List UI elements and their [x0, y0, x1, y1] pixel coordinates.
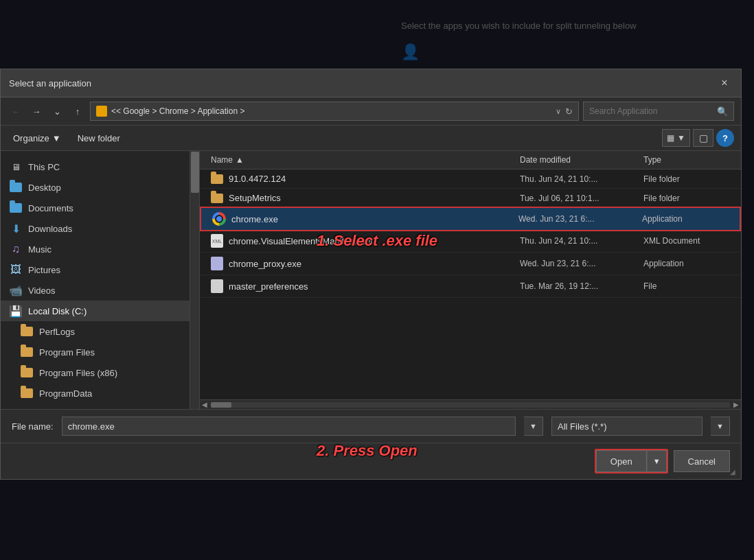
file-name: SetupMetrics [229, 193, 281, 203]
toolbar-right: ▦ ▼ ▢ ? [662, 129, 734, 147]
documents-icon [9, 201, 23, 215]
file-name: 91.0.4472.124 [229, 174, 286, 184]
col-name-sort-icon: ▲ [236, 155, 244, 165]
chrome-exe-row[interactable]: chrome.exe Wed. Jun 23, 21 6:... Applica… [200, 207, 741, 231]
file-cell-name: 91.0.4472.124 [200, 174, 514, 184]
address-bar[interactable]: << Google > Chrome > Application > ∨ ↻ [90, 102, 579, 121]
filetype-chevron-icon[interactable]: ▼ [711, 417, 730, 436]
organize-toolbar: Organize ▼ New folder ▦ ▼ ▢ ? [1, 126, 741, 151]
file-cell-date: Thu. Jun 24, 21 10:... [514, 174, 638, 184]
filename-label: File name: [12, 421, 54, 432]
sidebar-label-music: Music [28, 244, 52, 255]
help-button[interactable]: ? [716, 129, 734, 147]
file-cell-type: File folder [638, 194, 741, 203]
folder-icon [211, 194, 223, 203]
hscroll-thumb[interactable] [211, 402, 231, 408]
program-files-x86-icon [20, 366, 34, 380]
sidebar-scrollbar[interactable] [190, 151, 199, 409]
file-cell-type: File [638, 281, 741, 291]
file-cell-type: Application [638, 259, 741, 268]
horizontal-scrollbar[interactable]: ◀ ▶ [200, 399, 741, 409]
annotation-press-open: 2. Press Open [317, 442, 418, 460]
open-button[interactable]: Open [596, 450, 647, 472]
sidebar-label-perflogs: PerfLogs [39, 327, 75, 337]
sidebar-item-documents[interactable]: Documents [1, 198, 199, 218]
view-button[interactable]: ▦ ▼ [662, 129, 690, 147]
sidebar-item-music[interactable]: ♫ Music [1, 239, 199, 259]
generic-icon [211, 279, 223, 293]
sidebar-label-program-files-x86: Program Files (x86) [39, 368, 117, 378]
sidebar-item-program-files-x86[interactable]: Program Files (x86) [1, 362, 199, 383]
sidebar-item-pictures[interactable]: 🖼 Pictures [1, 259, 199, 280]
close-button[interactable]: × [716, 75, 733, 91]
pc-icon: 🖥 [9, 160, 23, 174]
file-row[interactable]: chrome_proxy.exe Wed. Jun 23, 21 6:... A… [200, 253, 741, 275]
view-chevron-icon: ▼ [677, 133, 685, 143]
sidebar-label-downloads: Downloads [28, 224, 72, 234]
col-date-header[interactable]: Date modified [514, 155, 638, 165]
back-button[interactable]: ← [8, 103, 24, 119]
file-cell-date: Thu. Jun 24, 21 10:... [514, 236, 638, 246]
file-row[interactable]: 91.0.4472.124 Thu. Jun 24, 21 10:... Fil… [200, 170, 741, 189]
downloads-icon: ⬇ [9, 222, 23, 235]
file-cell-name: XML chrome.VisualElementsManifest.xml [200, 234, 514, 248]
view-preview-button[interactable]: ▢ [693, 129, 713, 147]
main-content: 🖥 This PC Desktop Documents ⬇ Downloads [1, 151, 741, 409]
local-disk-icon: 💾 [9, 304, 23, 318]
organize-button[interactable]: Organize ▼ [8, 131, 67, 145]
file-cell-name: master_preferences [200, 279, 514, 293]
col-name-header[interactable]: Name ▲ [200, 155, 514, 165]
hscroll-track[interactable] [211, 402, 730, 408]
sidebar-label-this-pc: This PC [28, 162, 60, 172]
open-button-group: Open ▼ [595, 449, 668, 474]
up-button[interactable]: ↑ [69, 103, 86, 119]
col-name-label: Name [211, 155, 233, 165]
col-type-header[interactable]: Type [638, 155, 741, 165]
sidebar-label-programdata: ProgramData [39, 388, 92, 399]
videos-icon: 📹 [9, 283, 23, 297]
new-folder-button[interactable]: New folder [72, 131, 126, 145]
address-chevron-icon[interactable]: ∨ [556, 107, 561, 116]
desktop-icon [9, 180, 23, 194]
filetype-input[interactable] [551, 417, 702, 436]
hscroll-left-icon[interactable]: ◀ [200, 400, 209, 410]
sidebar-item-programdata[interactable]: ProgramData [1, 383, 199, 404]
resize-handle[interactable]: ◢ [730, 468, 738, 476]
open-dropdown-button[interactable]: ▼ [647, 450, 667, 472]
programdata-icon [20, 386, 34, 400]
toolbar-left: Organize ▼ New folder [8, 131, 126, 145]
sidebar-label-pictures: Pictures [28, 265, 60, 275]
file-row[interactable]: SetupMetrics Tue. Jul 06, 21 10:1... Fil… [200, 189, 741, 208]
sidebar-item-program-files[interactable]: Program Files [1, 342, 199, 362]
file-list: 91.0.4472.124 Thu. Jun 24, 21 10:... Fil… [200, 170, 741, 399]
sidebar-item-perflogs[interactable]: PerfLogs [1, 321, 199, 342]
sidebar-item-desktop[interactable]: Desktop [1, 177, 199, 198]
program-files-icon [20, 345, 34, 359]
sidebar-item-this-pc[interactable]: 🖥 This PC [1, 156, 199, 177]
action-row: 2. Press Open Open ▼ Cancel [1, 443, 741, 479]
sidebar-item-local-disk[interactable]: 💾 Local Disk (C:) [1, 301, 199, 321]
file-cell-type: Application [637, 214, 740, 224]
search-input[interactable] [589, 106, 713, 116]
sidebar-scrollbar-thumb [191, 152, 199, 193]
column-headers: Name ▲ Date modified Type [200, 151, 741, 170]
search-bar[interactable]: 🔍 [583, 102, 734, 121]
organize-chevron-icon: ▼ [52, 133, 61, 143]
xml-icon: XML [211, 234, 223, 248]
file-dialog: Select an application × ← → ⌄ ↑ << Googl… [0, 69, 742, 480]
sidebar-item-videos[interactable]: 📹 Videos [1, 280, 199, 301]
dropdown-button[interactable]: ⌄ [49, 103, 65, 119]
filename-chevron-icon[interactable]: ▼ [524, 417, 543, 436]
refresh-icon[interactable]: ↻ [565, 106, 573, 117]
file-row[interactable]: XML chrome.VisualElementsManifest.xml Th… [200, 230, 741, 253]
forward-button[interactable]: → [28, 103, 45, 119]
hscroll-right-icon[interactable]: ▶ [731, 400, 741, 410]
perflogs-icon [20, 325, 34, 338]
file-row[interactable]: master_preferences Tue. Mar 26, 19 12:..… [200, 275, 741, 298]
sidebar-item-downloads[interactable]: ⬇ Downloads [1, 218, 199, 239]
sidebar-label-documents: Documents [28, 203, 73, 213]
sidebar-label-desktop: Desktop [28, 183, 61, 193]
cancel-button[interactable]: Cancel [674, 450, 730, 472]
filename-input[interactable] [62, 417, 516, 436]
file-cell-date: Tue. Jul 06, 21 10:1... [514, 194, 638, 203]
